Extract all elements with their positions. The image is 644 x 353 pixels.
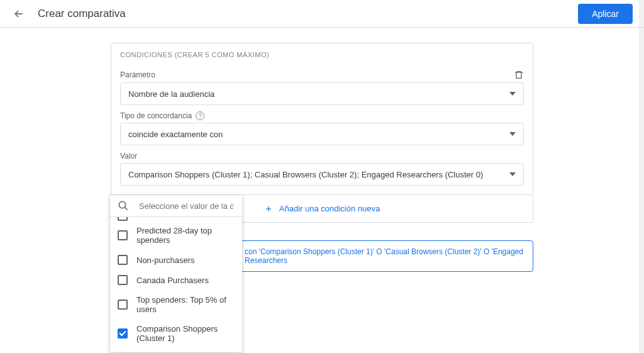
add-condition-label: Añadir una condición nueva [279, 204, 380, 213]
checkbox-unchecked[interactable] [118, 300, 128, 310]
list-item-label: Canada Purchasers [136, 276, 209, 285]
list-item[interactable]: Non-purchasers [110, 250, 242, 270]
popup-list[interactable]: Predicted 28-day top spendersNon-purchas… [110, 217, 242, 352]
list-item[interactable]: Canada Purchasers [110, 270, 242, 290]
caret-down-icon [509, 131, 516, 137]
value-label: Valor [120, 152, 137, 160]
parameter-dropdown[interactable]: Nombre de la audiencia [120, 82, 524, 105]
value-dropdown[interactable]: Comparison Shoppers (Cluster 1); Casual … [120, 163, 524, 186]
search-icon [118, 200, 129, 211]
conditions-header: CONDICIONES (CREAR 5 COMO MÁXIMO) [111, 43, 533, 64]
value-dropdown-popup: Predicted 28-day top spendersNon-purchas… [110, 195, 242, 352]
help-icon[interactable]: ? [196, 111, 204, 120]
parameter-value: Nombre de la audiencia [128, 89, 214, 99]
checkbox-unchecked[interactable] [118, 217, 128, 221]
checkbox-unchecked[interactable] [118, 275, 128, 285]
list-item-label: Non-purchasers [136, 255, 195, 265]
list-item[interactable]: Casual Browsers (Cluster 2) [110, 348, 242, 352]
match-type-dropdown[interactable]: coincide exactamente con [120, 123, 524, 145]
list-item[interactable]: Top spenders: Top 5% of users [110, 290, 242, 319]
value-value: Comparison Shoppers (Cluster 1); Casual … [128, 170, 483, 179]
popup-search-row [110, 195, 242, 217]
app-scrollbar[interactable] [639, 0, 644, 353]
back-button[interactable] [11, 6, 26, 21]
checkbox-unchecked[interactable] [118, 230, 128, 240]
match-type-label: Tipo de concordancia [120, 111, 192, 120]
delete-condition-button[interactable] [514, 70, 524, 80]
caret-down-icon [509, 171, 516, 177]
arrow-left-icon [13, 8, 25, 20]
svg-point-0 [119, 201, 126, 208]
caret-down-icon [509, 91, 516, 97]
list-item[interactable]: Predicted 28-day top spenders [110, 221, 242, 250]
header-bar: Crear comparativa Aplicar [0, 0, 644, 28]
plus-icon [264, 205, 273, 213]
popup-search-input[interactable] [138, 201, 235, 211]
list-item-label: Predicted 28-day top spenders [136, 226, 235, 245]
panel-wrap: CONDICIONES (CREAR 5 COMO MÁXIMO) Paráme… [0, 28, 644, 272]
list-item[interactable]: Comparison Shoppers (Cluster 1) [110, 319, 242, 348]
checkbox-checked[interactable] [118, 328, 128, 339]
page-title: Crear comparativa [38, 8, 578, 20]
list-item-label: Top spenders: Top 5% of users [136, 295, 235, 314]
list-item-label: Comparison Shoppers (Cluster 1) [136, 324, 235, 343]
parameter-label: Parámetro [120, 70, 155, 79]
match-type-value: coincide exactamente con [128, 130, 223, 139]
apply-button[interactable]: Aplicar [578, 4, 633, 24]
checkbox-unchecked[interactable] [118, 255, 128, 265]
summary-text: con 'Comparison Shoppers (Cluster 1)' O … [245, 247, 525, 265]
trash-icon [514, 70, 524, 80]
